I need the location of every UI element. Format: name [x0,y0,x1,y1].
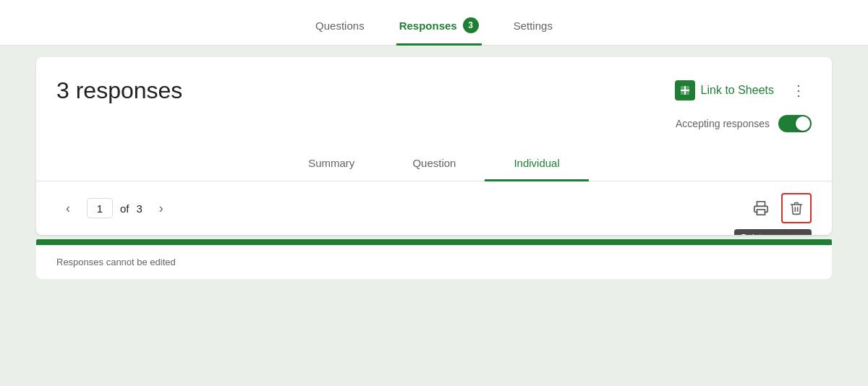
sub-tab-summary[interactable]: Summary [279,147,383,181]
delete-tooltip: Delete response [734,229,812,235]
pagination-row: ‹ of 3 › [36,181,832,235]
delete-response-button[interactable] [781,193,812,223]
svg-rect-3 [757,210,765,215]
more-options-button[interactable]: ⋮ [786,77,812,103]
header-right: Link to Sheets ⋮ Accepting responses [675,77,812,132]
prev-page-button[interactable]: ‹ [56,197,80,220]
delete-icon [789,201,804,215]
sub-tab-question[interactable]: Question [383,147,485,181]
link-to-sheets-button[interactable]: Link to Sheets [675,80,774,100]
header-actions: Link to Sheets ⋮ [675,77,812,103]
tab-questions-label: Questions [315,20,365,32]
green-accent-bar [36,239,832,245]
link-to-sheets-label: Link to Sheets [701,84,774,97]
cannot-edit-notice: Responses cannot be edited [36,245,832,279]
tab-responses[interactable]: Responses 3 [396,10,482,46]
tab-responses-label: Responses [399,20,457,32]
accepting-responses-label: Accepting responses [676,118,770,129]
print-icon [753,200,769,216]
total-pages: 3 [137,202,142,215]
bottom-bar: Responses cannot be edited [36,239,832,279]
main-area: 3 responses Link to Sheets [0,46,868,386]
accepting-responses-toggle[interactable] [778,115,812,132]
tab-settings-label: Settings [514,20,553,32]
tab-questions[interactable]: Questions [312,12,367,44]
response-count: 3 responses [56,77,182,104]
pagination-left: ‹ of 3 › [56,197,173,220]
of-text: of [120,202,129,215]
top-navigation: Questions Responses 3 Settings [0,0,868,46]
tab-settings[interactable]: Settings [511,12,556,44]
current-page-input[interactable] [87,198,113,218]
pagination-right: Delete response [746,193,812,223]
next-page-button[interactable]: › [150,197,173,220]
accepting-responses-row: Accepting responses [676,115,812,132]
delete-button-wrapper: Delete response [781,193,812,223]
print-button[interactable] [746,194,775,223]
responses-badge: 3 [463,17,479,33]
sub-tabs: Summary Question Individual [36,147,832,181]
responses-card: 3 responses Link to Sheets [36,57,832,235]
toggle-knob [796,116,810,131]
card-header: 3 responses Link to Sheets [36,57,832,147]
sub-tab-individual[interactable]: Individual [485,147,588,181]
sheets-icon [675,80,695,100]
